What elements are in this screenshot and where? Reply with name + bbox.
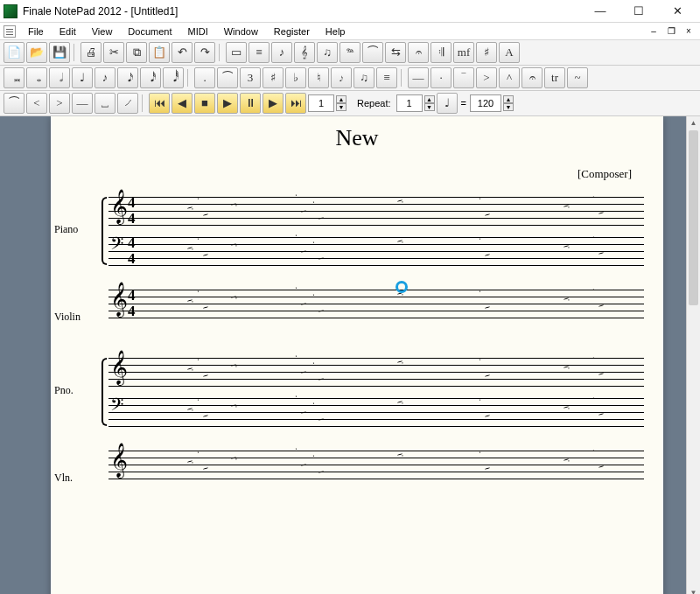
menu-document[interactable]: Document (121, 24, 178, 38)
note[interactable] (231, 243, 236, 246)
new-doc-icon[interactable]: 📄 (4, 42, 24, 63)
tool-dynamic-icon[interactable]: 𝆮 (340, 42, 360, 63)
tool-text-icon[interactable]: mf (453, 42, 474, 63)
decresc-icon[interactable]: > (49, 93, 70, 114)
staff-violin-2[interactable]: 𝄞 (86, 451, 644, 479)
window-maximize-button[interactable]: ☐ (620, 1, 658, 22)
sharp-icon[interactable]: ♯ (262, 67, 284, 88)
menu-edit[interactable]: Edit (52, 24, 83, 38)
note[interactable] (187, 367, 192, 370)
rest[interactable] (520, 405, 527, 406)
note[interactable] (203, 467, 208, 470)
print-icon[interactable]: 🖨 (80, 42, 102, 63)
note-whole-icon[interactable]: 𝅝 (26, 67, 47, 88)
score-composer[interactable]: [Composer] (51, 167, 632, 181)
rewind-icon[interactable]: ⏮ (149, 93, 170, 114)
note[interactable] (485, 467, 490, 470)
forward-icon[interactable]: ▶ (262, 93, 284, 114)
rest[interactable] (248, 297, 256, 297)
rest[interactable] (520, 204, 527, 205)
note[interactable] (231, 404, 236, 407)
save-icon[interactable]: 💾 (49, 42, 70, 63)
score-page[interactable]: New [Composer] Piano 𝄞 44 𝄢 44 Violin (51, 116, 663, 594)
mord-icon[interactable]: tr (544, 67, 565, 88)
slur-icon[interactable]: ⁀ (4, 93, 24, 114)
note[interactable] (397, 240, 402, 242)
note-64th-icon[interactable]: 𝅘𝅥𝅱 (163, 67, 184, 88)
menu-midi[interactable]: MIDI (181, 24, 215, 38)
tool-entry-icon[interactable]: ♪ (271, 42, 292, 63)
note[interactable] (187, 299, 192, 302)
note[interactable] (564, 245, 569, 248)
note[interactable] (187, 460, 192, 463)
tempo-input[interactable] (470, 94, 501, 112)
rest[interactable] (248, 405, 256, 406)
trill-icon[interactable]: 𝄐 (522, 67, 542, 88)
natural-icon[interactable]: ♮ (308, 67, 329, 88)
copy-icon[interactable]: ⧉ (126, 42, 147, 63)
tool-chord-icon[interactable]: 𝄐 (408, 42, 429, 63)
note[interactable] (397, 199, 402, 202)
staff-piano-bass-2[interactable]: 𝄢 (86, 398, 644, 426)
rest[interactable] (354, 204, 360, 205)
rest[interactable] (520, 365, 527, 366)
score-title[interactable]: New (51, 125, 663, 151)
rest[interactable] (248, 365, 256, 366)
open-icon[interactable]: 📂 (26, 42, 47, 63)
note[interactable] (231, 457, 236, 459)
pause-icon[interactable]: ⏸ (240, 93, 261, 114)
grace-icon[interactable]: 𝆕 (331, 67, 352, 88)
note[interactable] (598, 373, 604, 375)
note[interactable] (564, 458, 569, 461)
note[interactable] (485, 415, 490, 417)
tempo-note-icon[interactable]: ♩ (437, 93, 458, 114)
tool-staff-icon[interactable]: ≡ (248, 42, 270, 63)
note[interactable] (203, 213, 208, 216)
vertical-scrollbar[interactable]: ▲ ▼ (686, 116, 700, 594)
tool-page-icon[interactable]: ♯ (476, 42, 497, 63)
note[interactable] (231, 364, 236, 367)
note[interactable] (203, 415, 208, 417)
staff-piano-treble[interactable]: 𝄞 44 (86, 197, 644, 225)
tie-icon[interactable]: ⁀ (217, 67, 238, 88)
tool-lyric-icon[interactable]: ♫ (317, 42, 338, 63)
note[interactable] (598, 413, 604, 416)
tool-smartshape-icon[interactable]: 𝄞 (294, 42, 315, 63)
accent-icon[interactable]: — (408, 67, 429, 88)
rest[interactable] (248, 204, 256, 205)
tool-expression-icon[interactable]: ⇆ (385, 42, 406, 63)
cresc-icon[interactable]: < (26, 93, 47, 114)
bracket-icon[interactable]: ⎵ (94, 93, 116, 114)
turn-icon[interactable]: ~ (567, 67, 588, 88)
note[interactable] (187, 408, 192, 410)
note[interactable] (485, 254, 490, 256)
tenuto-icon[interactable]: ‾ (453, 67, 474, 88)
repeat-up-button[interactable]: ▲ (424, 95, 435, 103)
doc-mdi-icon[interactable] (4, 25, 16, 38)
rest[interactable] (354, 297, 360, 297)
tool-select-icon[interactable]: ▭ (226, 42, 247, 63)
measure-input[interactable] (308, 94, 334, 112)
note-double-whole-icon[interactable]: 𝅜 (4, 67, 24, 88)
beam-icon[interactable]: ♫ (354, 67, 374, 88)
window-close-button[interactable]: ✕ (658, 1, 696, 22)
note[interactable] (564, 366, 569, 368)
measure-up-button[interactable]: ▲ (336, 95, 346, 103)
note[interactable] (564, 205, 569, 207)
fermata-icon[interactable]: ^ (499, 67, 520, 88)
rest[interactable] (520, 297, 527, 297)
cut-icon[interactable]: ✂ (103, 42, 124, 63)
mdi-minimize-button[interactable]: – (646, 25, 662, 38)
note-32nd-icon[interactable]: 𝅘𝅥𝅰 (140, 67, 161, 88)
note-quarter-icon[interactable]: ♩ (72, 67, 93, 88)
scroll-down-icon[interactable]: ▼ (687, 586, 700, 594)
gliss-icon[interactable]: ⟋ (117, 93, 138, 114)
note[interactable] (598, 304, 604, 307)
back-icon[interactable]: ◀ (172, 93, 192, 114)
note[interactable] (203, 306, 208, 309)
play-icon[interactable]: ▶ (217, 93, 238, 114)
document-area[interactable]: New [Composer] Piano 𝄞 44 𝄢 44 Violin (0, 116, 686, 594)
note-eighth-icon[interactable]: ♪ (94, 67, 116, 88)
rest[interactable] (354, 365, 360, 366)
tempo-down-button[interactable]: ▼ (503, 103, 514, 111)
